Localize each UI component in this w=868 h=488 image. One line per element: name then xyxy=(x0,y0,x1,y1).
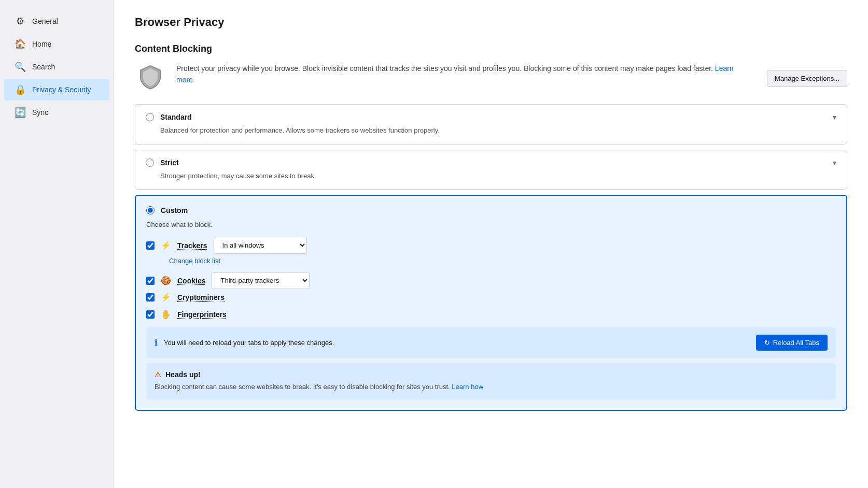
sidebar-item-search-label: Search xyxy=(32,63,55,71)
strict-radio[interactable] xyxy=(146,159,154,167)
info-icon: ℹ xyxy=(155,338,158,348)
custom-choose-text: Choose what to block. xyxy=(146,221,836,228)
fingerprinters-row: ✋ Fingerprinters xyxy=(146,309,836,319)
reload-notice-text: You will need to reload your tabs to app… xyxy=(164,338,750,348)
page-title: Browser Privacy xyxy=(135,16,847,29)
trackers-checkbox[interactable] xyxy=(146,241,155,250)
standard-option-desc: Balanced for protection and performance.… xyxy=(160,125,836,136)
cookies-checkbox-row: 🍪 Cookies xyxy=(146,276,205,285)
standard-chevron-icon: ▾ xyxy=(833,113,836,121)
sidebar-item-home-label: Home xyxy=(32,40,51,48)
trackers-row: ⚡ Trackers In all windows In Private Win… xyxy=(146,237,836,254)
learn-how-link[interactable]: Learn how xyxy=(452,383,483,391)
strict-option-card[interactable]: Strict ▾ Stronger protection, may cause … xyxy=(135,150,847,190)
heads-up-title: ⚠ Heads up! xyxy=(155,370,828,379)
sync-icon: 🔄 xyxy=(15,107,26,118)
sidebar-item-search[interactable]: 🔍 Search xyxy=(4,56,109,78)
standard-radio[interactable] xyxy=(146,113,154,121)
sidebar-item-sync[interactable]: 🔄 Sync xyxy=(4,102,109,123)
trackers-checkbox-row: ⚡ Trackers xyxy=(146,240,207,250)
manage-exceptions-button[interactable]: Manage Exceptions... xyxy=(767,70,847,87)
strict-option-label: Strict xyxy=(160,159,179,167)
standard-option-label: Standard xyxy=(160,113,192,121)
heads-up-text: Blocking content can cause some websites… xyxy=(155,382,828,392)
strict-option-desc: Stronger protection, may cause some site… xyxy=(160,171,836,181)
custom-option-header: Custom xyxy=(146,206,836,214)
standard-option-left: Standard xyxy=(146,113,192,121)
shield-icon xyxy=(135,63,166,94)
strict-option-left: Strict xyxy=(146,159,179,167)
sidebar-item-home[interactable]: 🏠 Home xyxy=(4,33,109,55)
cryptominers-label: Cryptominers xyxy=(177,293,225,302)
content-blocking-header: Protect your privacy while you browse. B… xyxy=(135,63,847,94)
reload-all-tabs-label: Reload All Tabs xyxy=(773,339,819,347)
main-content: Browser Privacy Content Blocking Protect… xyxy=(114,0,868,488)
strict-option-header: Strict ▾ xyxy=(146,159,836,167)
cookies-checkbox[interactable] xyxy=(146,277,155,285)
lock-icon: 🔒 xyxy=(15,84,26,95)
custom-option-card: Custom Choose what to block. ⚡ Trackers … xyxy=(135,195,847,411)
change-block-list-link[interactable]: Change block list xyxy=(169,257,836,265)
trackers-dropdown[interactable]: In all windows In Private Windows xyxy=(214,237,307,254)
content-blocking-description: Protect your privacy while you browse. B… xyxy=(176,63,751,86)
fingerprinters-checkbox[interactable] xyxy=(146,310,155,319)
sidebar-item-sync-label: Sync xyxy=(32,108,48,117)
search-icon: 🔍 xyxy=(15,61,26,73)
cookies-label: Cookies xyxy=(177,277,205,285)
fingerprinters-label: Fingerprinters xyxy=(177,310,227,319)
standard-option-header: Standard ▾ xyxy=(146,113,836,121)
cookies-row: 🍪 Cookies Third-party trackers All third… xyxy=(146,272,836,289)
standard-option-card[interactable]: Standard ▾ Balanced for protection and p… xyxy=(135,104,847,145)
reload-icon: ↻ xyxy=(764,339,770,347)
custom-radio[interactable] xyxy=(146,206,155,214)
cryptominers-checkbox[interactable] xyxy=(146,293,155,302)
reload-all-tabs-button[interactable]: ↻ Reload All Tabs xyxy=(756,335,828,351)
warning-icon: ⚠ xyxy=(155,370,161,379)
custom-option-label: Custom xyxy=(161,206,188,214)
cryptominers-row: ⚡ Cryptominers xyxy=(146,292,836,302)
cookies-dropdown[interactable]: Third-party trackers All third-party coo… xyxy=(212,272,310,289)
gear-icon: ⚙ xyxy=(15,16,26,27)
trackers-label: Trackers xyxy=(177,241,207,250)
sidebar-item-privacy-security[interactable]: 🔒 Privacy & Security xyxy=(4,79,109,101)
sidebar-item-general[interactable]: ⚙ General xyxy=(4,10,109,32)
sidebar-item-general-label: General xyxy=(32,17,58,25)
cryptominers-icon: ⚡ xyxy=(161,292,171,302)
reload-notice: ℹ You will need to reload your tabs to a… xyxy=(146,327,836,358)
trackers-icon: ⚡ xyxy=(161,240,171,250)
section-title: Content Blocking xyxy=(135,44,847,54)
home-icon: 🏠 xyxy=(15,38,26,50)
heads-up-box: ⚠ Heads up! Blocking content can cause s… xyxy=(146,363,836,399)
cookies-icon: 🍪 xyxy=(161,276,171,285)
fingerprinters-icon: ✋ xyxy=(161,309,171,319)
sidebar: ⚙ General 🏠 Home 🔍 Search 🔒 Privacy & Se… xyxy=(0,0,114,488)
sidebar-item-privacy-security-label: Privacy & Security xyxy=(32,85,91,94)
strict-chevron-icon: ▾ xyxy=(833,159,836,167)
